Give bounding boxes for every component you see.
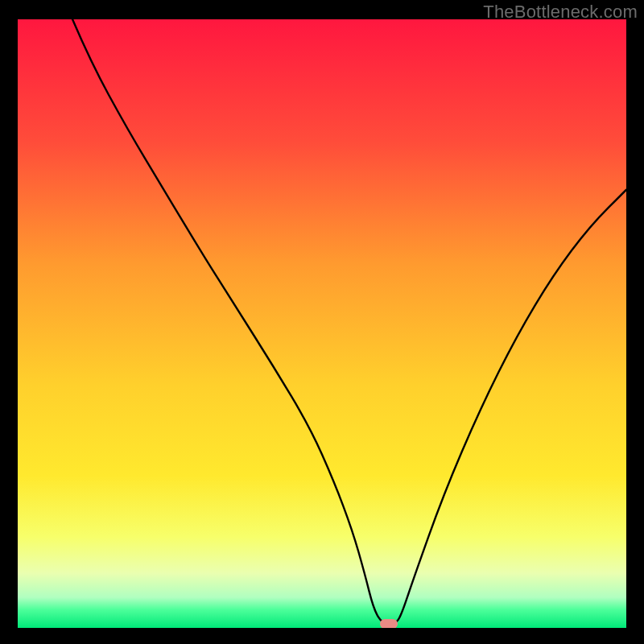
plot-area xyxy=(18,19,626,628)
min-marker xyxy=(380,619,398,628)
bottleneck-curve xyxy=(72,19,626,624)
curve-layer xyxy=(18,19,626,628)
chart-frame: TheBottleneck.com xyxy=(0,0,644,644)
